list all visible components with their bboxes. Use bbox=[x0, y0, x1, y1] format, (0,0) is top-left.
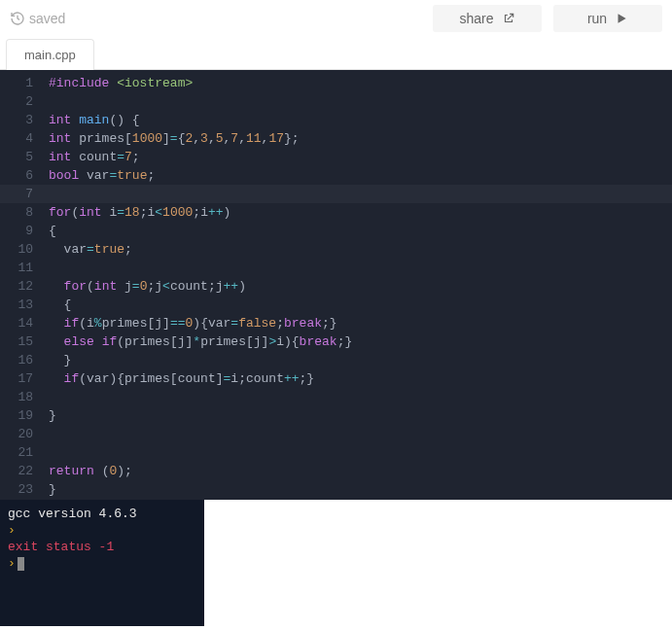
code-line[interactable]: int count=7; bbox=[49, 148, 672, 166]
share-button[interactable]: share bbox=[433, 5, 542, 32]
play-icon bbox=[615, 12, 628, 25]
code-line[interactable]: } bbox=[49, 351, 672, 369]
terminal-line: › bbox=[8, 555, 196, 572]
code-line[interactable]: for(int j=0;j<count;j++) bbox=[49, 277, 672, 296]
code-line[interactable]: { bbox=[49, 222, 672, 240]
code-line[interactable]: int primes[1000]={2,3,5,7,11,17}; bbox=[49, 129, 672, 148]
code-line[interactable]: return (0); bbox=[49, 462, 672, 480]
terminal-line: › bbox=[8, 522, 196, 539]
code-line[interactable]: } bbox=[49, 406, 672, 425]
saved-status: saved bbox=[10, 11, 65, 26]
code-line[interactable]: #include <iostream> bbox=[49, 74, 672, 92]
code-line[interactable] bbox=[49, 443, 672, 462]
code-line[interactable] bbox=[49, 259, 672, 277]
code-line[interactable]: if(i%primes[j]==0){var=false;break;} bbox=[49, 314, 672, 332]
top-toolbar: saved share run bbox=[0, 0, 672, 37]
share-label: share bbox=[459, 11, 493, 26]
tab-bar: main.cpp bbox=[0, 37, 672, 70]
saved-label: saved bbox=[29, 11, 65, 26]
line-gutter: 1234567891011121314151617181920212223 bbox=[0, 70, 43, 500]
code-line[interactable]: { bbox=[49, 296, 672, 314]
share-icon bbox=[502, 12, 515, 25]
code-line[interactable]: int main() { bbox=[49, 111, 672, 129]
code-line[interactable]: bool var=true; bbox=[49, 166, 672, 185]
tab-main-cpp[interactable]: main.cpp bbox=[6, 39, 94, 70]
code-area[interactable]: #include <iostream>int main() {int prime… bbox=[43, 70, 672, 500]
code-line[interactable] bbox=[49, 185, 672, 203]
code-line[interactable]: else if(primes[j]*primes[j]>i){break;} bbox=[49, 332, 672, 351]
code-editor[interactable]: 1234567891011121314151617181920212223 #i… bbox=[0, 70, 672, 500]
terminal-line: gcc version 4.6.3 bbox=[8, 506, 196, 522]
code-line[interactable] bbox=[49, 92, 672, 111]
code-line[interactable]: if(var){primes[count]=i;count++;} bbox=[49, 369, 672, 388]
history-icon bbox=[10, 11, 25, 26]
code-line[interactable]: } bbox=[49, 480, 672, 499]
code-line[interactable]: for(int i=18;i<1000;i++) bbox=[49, 203, 672, 222]
terminal-line: exit status -1 bbox=[8, 539, 196, 555]
run-label: run bbox=[587, 11, 607, 26]
terminal-output[interactable]: gcc version 4.6.3›exit status -1› bbox=[0, 500, 204, 626]
code-line[interactable] bbox=[49, 425, 672, 443]
code-line[interactable]: var=true; bbox=[49, 240, 672, 259]
terminal-cursor bbox=[18, 557, 24, 571]
run-button[interactable]: run bbox=[553, 5, 662, 32]
code-line[interactable] bbox=[49, 388, 672, 406]
